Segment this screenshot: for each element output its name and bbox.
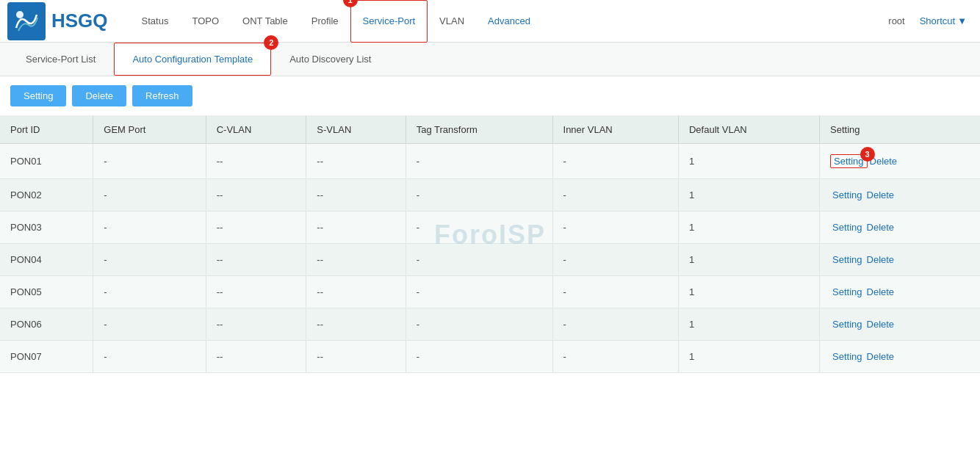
toolbar: Setting Delete Refresh <box>0 76 980 116</box>
row-delete-button[interactable]: Delete <box>865 254 897 265</box>
nav-right: root Shortcut ▼ <box>882 15 973 26</box>
cell-gem-port: - <box>93 212 206 244</box>
cell-actions: SettingDelete <box>820 244 980 276</box>
cell-default-vlan: 1 <box>678 212 819 244</box>
cell-c-vlan: -- <box>206 276 306 308</box>
nav-shortcut[interactable]: Shortcut ▼ <box>914 15 973 26</box>
row-badge-3: 3 <box>860 147 875 162</box>
cell-actions: SettingDelete <box>820 308 980 341</box>
col-tag-transform: Tag Transform <box>406 116 552 144</box>
cell-s-vlan: -- <box>306 308 406 341</box>
cell-gem-port: - <box>93 144 206 179</box>
cell-tag-transform: - <box>406 212 552 244</box>
cell-actions: SettingDelete <box>820 212 980 244</box>
logo-area: HSGQ <box>7 2 108 40</box>
cell-port-id: PON02 <box>0 179 93 212</box>
cell-tag-transform: - <box>406 144 552 179</box>
nav-item-profile[interactable]: Profile <box>300 0 350 43</box>
nav-item-topo[interactable]: TOPO <box>180 0 231 43</box>
cell-actions: SettingDelete <box>820 276 980 308</box>
col-setting: Setting <box>820 116 980 144</box>
cell-inner-vlan: - <box>552 276 678 308</box>
cell-port-id: PON04 <box>0 244 93 276</box>
cell-c-vlan: -- <box>206 341 306 373</box>
table-wrap: Port ID GEM Port C-VLAN S-VLAN Tag Trans… <box>0 116 980 373</box>
col-s-vlan: S-VLAN <box>306 116 406 144</box>
setting-button[interactable]: Setting <box>10 85 66 106</box>
delete-button[interactable]: Delete <box>72 85 126 106</box>
cell-tag-transform: - <box>406 244 552 276</box>
cell-actions: SettingDelete <box>820 341 980 373</box>
col-port-id: Port ID <box>0 116 93 144</box>
table-header-row: Port ID GEM Port C-VLAN S-VLAN Tag Trans… <box>0 116 980 144</box>
cell-actions: Setting3Delete <box>820 144 980 179</box>
table-row: PON02-------1SettingDelete <box>0 179 980 212</box>
tab-bar: Service-Port List Auto Configuration Tem… <box>0 43 980 76</box>
cell-s-vlan: -- <box>306 244 406 276</box>
cell-gem-port: - <box>93 244 206 276</box>
cell-tag-transform: - <box>406 308 552 341</box>
col-inner-vlan: Inner VLAN <box>552 116 678 144</box>
cell-tag-transform: - <box>406 276 552 308</box>
refresh-button[interactable]: Refresh <box>132 85 192 106</box>
cell-gem-port: - <box>93 276 206 308</box>
cell-inner-vlan: - <box>552 244 678 276</box>
row-delete-button[interactable]: Delete <box>865 286 897 297</box>
row-setting-button[interactable]: Setting <box>830 222 864 233</box>
col-gem-port: GEM Port <box>93 116 206 144</box>
cell-tag-transform: - <box>406 179 552 212</box>
row-delete-button[interactable]: Delete <box>865 189 897 200</box>
nav-item-advanced[interactable]: Advanced <box>476 0 542 43</box>
nav-item-status[interactable]: Status <box>130 0 181 43</box>
row-delete-button[interactable]: Delete <box>865 319 897 330</box>
navbar: HSGQ Status TOPO ONT Table Profile Servi… <box>0 0 980 43</box>
cell-port-id: PON01 <box>0 144 93 179</box>
nav-links: Status TOPO ONT Table Profile Service-Po… <box>130 0 883 43</box>
main-table: Port ID GEM Port C-VLAN S-VLAN Tag Trans… <box>0 116 980 373</box>
cell-actions: SettingDelete <box>820 179 980 212</box>
nav-user: root <box>882 15 910 26</box>
col-c-vlan: C-VLAN <box>206 116 306 144</box>
table-row: PON01-------1Setting3Delete <box>0 144 980 179</box>
row-delete-button[interactable]: Delete <box>865 222 897 233</box>
row-setting-button[interactable]: Setting <box>830 254 864 265</box>
table-row: PON04-------1SettingDelete <box>0 244 980 276</box>
cell-default-vlan: 1 <box>678 144 819 179</box>
row-setting-button[interactable]: Setting <box>830 286 864 297</box>
nav-item-service-port[interactable]: Service-Port <box>350 0 428 43</box>
row-setting-button[interactable]: Setting <box>830 351 864 362</box>
cell-port-id: PON06 <box>0 308 93 341</box>
cell-port-id: PON07 <box>0 341 93 373</box>
cell-inner-vlan: - <box>552 179 678 212</box>
cell-inner-vlan: - <box>552 212 678 244</box>
col-default-vlan: Default VLAN <box>678 116 819 144</box>
svg-point-0 <box>16 11 24 18</box>
table-row: PON07-------1SettingDelete <box>0 341 980 373</box>
tab-service-port-list[interactable]: Service-Port List <box>7 43 114 76</box>
tab-auto-config[interactable]: Auto Configuration Template <box>114 43 271 76</box>
cell-default-vlan: 1 <box>678 276 819 308</box>
cell-default-vlan: 1 <box>678 341 819 373</box>
row-setting-button[interactable]: Setting <box>830 319 864 330</box>
cell-gem-port: - <box>93 341 206 373</box>
logo-icon <box>7 2 46 40</box>
cell-c-vlan: -- <box>206 212 306 244</box>
table-row: PON06-------1SettingDelete <box>0 308 980 341</box>
cell-c-vlan: -- <box>206 179 306 212</box>
cell-gem-port: - <box>93 308 206 341</box>
row-delete-button[interactable]: Delete <box>865 351 897 362</box>
cell-default-vlan: 1 <box>678 179 819 212</box>
cell-default-vlan: 1 <box>678 244 819 276</box>
cell-c-vlan: -- <box>206 308 306 341</box>
nav-item-vlan[interactable]: VLAN <box>428 0 476 43</box>
cell-inner-vlan: - <box>552 308 678 341</box>
cell-gem-port: - <box>93 179 206 212</box>
tab-auto-discovery[interactable]: Auto Discovery List <box>271 43 389 76</box>
cell-tag-transform: - <box>406 341 552 373</box>
cell-c-vlan: -- <box>206 144 306 179</box>
cell-port-id: PON05 <box>0 276 93 308</box>
row-setting-button[interactable]: Setting <box>830 189 864 200</box>
cell-s-vlan: -- <box>306 212 406 244</box>
nav-item-ont-table[interactable]: ONT Table <box>231 0 300 43</box>
brand-name: HSGQ <box>51 10 108 32</box>
